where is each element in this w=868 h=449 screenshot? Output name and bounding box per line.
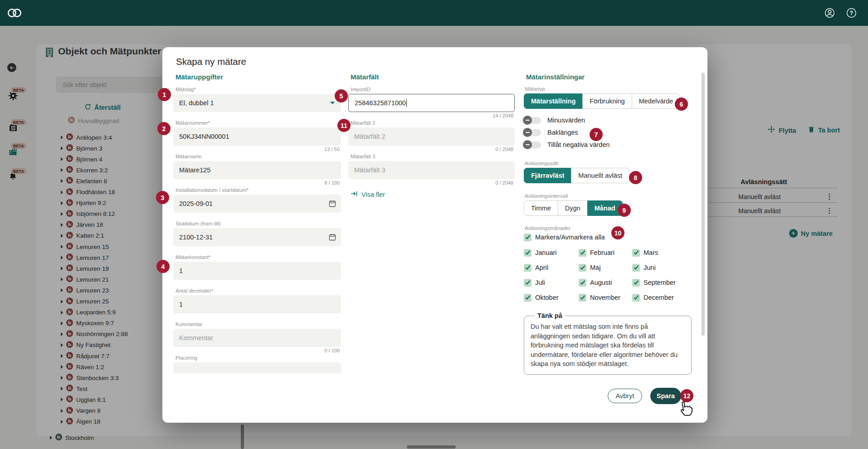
checkbox-icon bbox=[632, 294, 640, 302]
char-counter bbox=[173, 213, 341, 219]
char-counter: 13 / 50 bbox=[173, 146, 341, 152]
field-slutdatum: Slutdatum (fram till)2100-12-31 bbox=[173, 220, 341, 253]
month-checkbox-juni[interactable]: Juni bbox=[632, 263, 692, 272]
month-checkbox-mars[interactable]: Mars bbox=[632, 248, 692, 257]
field-label: Antal decimaler* bbox=[173, 288, 341, 295]
annotation-badge-2: 2 bbox=[157, 122, 171, 135]
field-installationsdatum: Installationsdatum / startdatum*2025-09-… bbox=[173, 187, 341, 219]
field-matarfalt-2: Mätarfält 2Mätarfält 20 / 2048 bbox=[348, 120, 515, 152]
toggle-minusvarden[interactable]: Minusvärden bbox=[524, 116, 692, 124]
month-checkbox-september[interactable]: September bbox=[632, 278, 692, 287]
notice-text: Du har valt ett mätslag som inte finns p… bbox=[531, 321, 685, 369]
reading-months-label: Avläsningsmånader bbox=[525, 225, 692, 231]
toggle-knob-minus-icon bbox=[523, 116, 532, 125]
calendar-icon[interactable] bbox=[329, 200, 336, 209]
month-checkbox-april[interactable]: April bbox=[524, 263, 579, 272]
modal-scrollbar-thumb[interactable] bbox=[702, 73, 705, 336]
checkbox-icon bbox=[632, 264, 640, 272]
meter-type-option-medelvarde[interactable]: Medelvärde bbox=[632, 93, 681, 109]
matarfalt-2-field[interactable]: Mätarfält 2 bbox=[348, 127, 515, 146]
field-placering: Placering bbox=[173, 355, 341, 373]
installationsdatum-date-field[interactable]: 2025-09-01 bbox=[173, 195, 341, 213]
show-more-link[interactable]: Visa fler bbox=[351, 190, 515, 199]
annotation-badge-9: 9 bbox=[618, 204, 631, 217]
field-matslag: Mätslag*El, dubbel 1 bbox=[173, 86, 341, 118]
help-icon[interactable]: ? bbox=[846, 8, 857, 20]
char-counter: 0 / 2048 bbox=[348, 146, 515, 152]
month-checkbox-juli[interactable]: Juli bbox=[524, 278, 579, 287]
char-counter: 14 / 2048 bbox=[348, 112, 515, 118]
checkbox-icon bbox=[579, 264, 586, 272]
meter-fields-column: Mätarfält ImportID2584632587100014 / 204… bbox=[348, 73, 515, 199]
checkbox-icon bbox=[579, 279, 586, 287]
toggle-switch-off[interactable] bbox=[524, 129, 541, 136]
field-label: Placering bbox=[173, 355, 341, 362]
meter-type-option-matarstallning[interactable]: Mätarställning bbox=[524, 93, 583, 109]
section-heading-meter-settings: Mätarinställningar bbox=[526, 73, 692, 81]
char-counter bbox=[173, 280, 341, 286]
matarkonstant-field[interactable]: 1 bbox=[173, 262, 341, 280]
svg-text:?: ? bbox=[850, 10, 853, 16]
placering-field[interactable] bbox=[173, 362, 341, 373]
field-label: Mätarfält 3 bbox=[348, 153, 515, 161]
create-meter-modal: Skapa ny mätare Mätaruppgifter Mätslag*E… bbox=[162, 47, 707, 423]
reading-method-option-manuellt-avlast[interactable]: Manuellt avläst bbox=[571, 168, 629, 183]
modal-title: Skapa ny mätare bbox=[176, 56, 246, 67]
field-matarnummer: Mätarnummer*50KJ34NN0000113 / 50 bbox=[173, 120, 341, 152]
meter-settings-column: Mätarinställningar Mätartyp Mätarställni… bbox=[524, 73, 692, 375]
checkbox-icon bbox=[579, 294, 586, 302]
brand-logo[interactable] bbox=[6, 7, 23, 21]
select-all-months-checkbox[interactable]: Markera/Avmarkera alla bbox=[524, 233, 692, 242]
cancel-button[interactable]: Avbryt bbox=[608, 389, 642, 403]
meter-type-option-forbrukning[interactable]: Förbrukning bbox=[582, 93, 632, 109]
month-checkbox-maj[interactable]: Maj bbox=[579, 263, 632, 272]
field-matarnamn: MätarnamnMätare1259 / 100 bbox=[173, 153, 341, 185]
char-counter: 0 / 2048 bbox=[348, 179, 515, 185]
matarfalt-3-field[interactable]: Mätarfält 3 bbox=[348, 161, 515, 179]
meter-type-segmented-control: MätarställningFörbrukningMedelvärde bbox=[524, 93, 680, 109]
matarnamn-field[interactable]: Mätare125 bbox=[173, 161, 341, 179]
meter-details-column: Mätaruppgifter Mätslag*El, dubbel 1Mätar… bbox=[173, 73, 341, 373]
toggle-knob-minus-icon bbox=[523, 128, 532, 137]
importid-field[interactable]: 25846325871000 bbox=[348, 94, 515, 112]
calendar-icon[interactable] bbox=[329, 234, 336, 242]
field-importid: ImportID2584632587100014 / 2048 bbox=[348, 86, 515, 118]
matarnummer-field[interactable]: 50KJ34NN00001 bbox=[173, 127, 341, 146]
kommentar-field[interactable]: Kommentar bbox=[173, 329, 341, 347]
toggle-switch-off[interactable] bbox=[524, 117, 541, 124]
annotation-badge-8: 8 bbox=[629, 171, 642, 184]
field-label: Kommentar bbox=[173, 321, 341, 329]
checkbox-icon bbox=[579, 249, 586, 257]
month-checkbox-januari[interactable]: Januari bbox=[524, 248, 579, 257]
antal-decimaler-field[interactable]: 1 bbox=[173, 295, 341, 313]
matslag-select[interactable]: El, dubbel 1 bbox=[173, 94, 341, 112]
char-counter bbox=[173, 313, 341, 320]
reading-method-option-fjarravlast[interactable]: Fjärravläst bbox=[524, 168, 571, 183]
expand-arrow-icon bbox=[351, 190, 358, 199]
checkbox-icon bbox=[524, 234, 532, 241]
month-checkbox-augusti[interactable]: Augusti bbox=[579, 278, 632, 287]
reading-interval-option-dygn[interactable]: Dygn bbox=[558, 200, 588, 216]
toggle-switch-off[interactable] bbox=[524, 142, 541, 148]
chevron-down-icon bbox=[330, 102, 335, 104]
toggle-baklanges[interactable]: Baklänges bbox=[524, 128, 692, 137]
annotation-badge-10: 10 bbox=[611, 226, 624, 239]
slutdatum-date-field[interactable]: 2100-12-31 bbox=[173, 228, 341, 246]
month-checkbox-december[interactable]: December bbox=[632, 293, 692, 302]
toggle-knob-minus-icon bbox=[523, 140, 532, 149]
field-kommentar: KommentarKommentar0 / 100 bbox=[173, 321, 341, 353]
month-checkbox-november[interactable]: November bbox=[579, 293, 632, 302]
meter-flags: MinusvärdenBaklängesTillåt negativa värd… bbox=[524, 116, 692, 149]
reading-interval-option-manad[interactable]: Månad bbox=[587, 200, 623, 216]
annotation-badge-4: 4 bbox=[156, 260, 170, 273]
text-cursor bbox=[406, 99, 407, 107]
account-icon[interactable] bbox=[824, 8, 835, 20]
month-checkbox-oktober[interactable]: Oktober bbox=[524, 293, 579, 302]
toggle-tillat-negativa-varden[interactable]: Tillåt negativa värden bbox=[524, 141, 692, 149]
section-heading-meter-fields: Mätarfält bbox=[351, 73, 515, 81]
reading-interval-option-timme[interactable]: Timme bbox=[524, 200, 558, 216]
field-label: ImportID bbox=[348, 86, 515, 94]
topbar: ? bbox=[0, 0, 868, 26]
month-checkbox-februari[interactable]: Februari bbox=[579, 248, 632, 257]
annotation-badge-6: 6 bbox=[675, 98, 688, 111]
